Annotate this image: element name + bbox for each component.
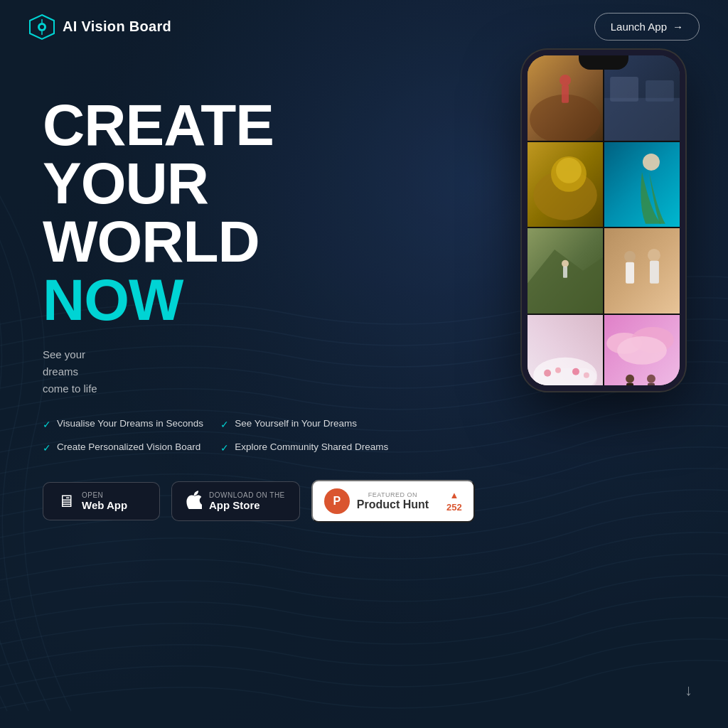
phone-image-4 (604, 142, 680, 228)
svg-point-10 (560, 75, 571, 86)
svg-point-5 (40, 25, 44, 29)
check-icon-3: ✓ (220, 419, 229, 430)
ph-sublabel: FEATURED ON (357, 491, 429, 498)
logo-icon (28, 14, 55, 41)
phone-image-6 (604, 228, 680, 314)
web-app-button[interactable]: 🖥 OPEN Web App (43, 482, 160, 520)
launch-arrow-icon: → (673, 21, 683, 33)
phone-image-7 (528, 315, 603, 391)
navbar: AI Vision Board Launch App → (0, 0, 728, 53)
svg-rect-15 (646, 80, 674, 102)
svg-point-34 (544, 370, 551, 377)
launch-app-label: Launch App (611, 21, 667, 33)
ph-logo-letter: P (333, 495, 341, 508)
svg-line-46 (654, 386, 658, 391)
scroll-down-arrow[interactable]: ↓ (685, 681, 692, 700)
phone-image-5 (528, 228, 603, 314)
svg-point-27 (624, 251, 636, 262)
svg-rect-14 (610, 77, 638, 102)
app-store-text: Download on the App Store (209, 491, 285, 511)
svg-rect-30 (650, 261, 659, 284)
svg-point-29 (648, 249, 660, 262)
svg-rect-11 (562, 85, 569, 103)
feature-text-3: See Yourself in Your Dreams (235, 417, 357, 431)
monitor-icon: 🖥 (58, 493, 75, 510)
ph-arrow-icon: ▲ (449, 490, 459, 500)
feature-text-1: Visualise Your Dreams in Seconds (57, 417, 203, 431)
svg-point-44 (647, 375, 655, 383)
svg-rect-45 (648, 383, 655, 391)
phone-image-8 (604, 315, 680, 391)
feature-item-2: ✓ Create Personalized Vision Board (43, 441, 203, 454)
feature-item-3: ✓ See Yourself in Your Dreams (220, 417, 388, 431)
logo-text: AI Vision Board (63, 18, 171, 35)
svg-point-19 (556, 158, 582, 183)
tagline-line2: dreams (43, 365, 78, 378)
svg-point-24 (562, 260, 569, 267)
phone-image-3 (528, 142, 603, 228)
phone-screen (528, 55, 680, 385)
feature-col-1: ✓ Visualise Your Dreams in Seconds ✓ Cre… (43, 417, 203, 454)
down-arrow-icon: ↓ (685, 681, 692, 699)
ph-label: Product Hunt (357, 498, 429, 511)
product-hunt-count: ▲ 252 (446, 490, 462, 513)
web-app-sublabel: OPEN (82, 491, 103, 499)
headline-line1: CREATE (43, 92, 274, 157)
headline-line3: WORLD (43, 209, 259, 274)
hero-tagline: See your dreams come to life (43, 346, 156, 397)
feature-col-2: ✓ See Yourself in Your Dreams ✓ Explore … (220, 417, 388, 454)
svg-point-21 (643, 154, 660, 171)
feature-item-1: ✓ Visualise Your Dreams in Seconds (43, 417, 203, 431)
apple-icon (186, 491, 202, 512)
app-store-sublabel: Download on the (209, 491, 285, 499)
phone-frame (522, 50, 685, 391)
svg-rect-13 (604, 98, 680, 141)
svg-rect-25 (563, 267, 567, 278)
phone-mockup-section (522, 50, 685, 391)
product-hunt-text: FEATURED ON Product Hunt (357, 491, 429, 511)
svg-rect-28 (626, 262, 634, 284)
svg-point-36 (572, 368, 579, 375)
check-icon-4: ✓ (220, 442, 229, 454)
headline-line2: YOUR (43, 151, 208, 215)
features-grid: ✓ Visualise Your Dreams in Seconds ✓ Cre… (43, 417, 685, 454)
svg-rect-26 (604, 228, 680, 314)
product-hunt-button[interactable]: P FEATURED ON Product Hunt ▲ 252 (311, 480, 475, 523)
feature-text-4: Explore Community Shared Dreams (235, 441, 388, 454)
check-icon-1: ✓ (43, 419, 51, 430)
svg-point-35 (555, 368, 561, 373)
web-app-text: OPEN Web App (82, 491, 127, 511)
svg-rect-43 (626, 383, 633, 391)
svg-point-42 (626, 375, 634, 383)
feature-text-2: Create Personalized Vision Board (57, 441, 200, 454)
check-icon-2: ✓ (43, 442, 51, 454)
feature-item-4: ✓ Explore Community Shared Dreams (220, 441, 388, 454)
web-app-label: Web App (82, 499, 127, 511)
svg-point-41 (617, 336, 667, 365)
phone-notch (579, 55, 628, 70)
svg-rect-33 (533, 368, 597, 390)
app-store-button[interactable]: Download on the App Store (171, 481, 300, 521)
ph-count-value: 252 (446, 502, 462, 513)
tagline-line3: come to life (43, 382, 97, 395)
app-store-label: App Store (209, 499, 260, 511)
launch-app-button[interactable]: Launch App → (594, 13, 700, 41)
logo[interactable]: AI Vision Board (28, 14, 171, 41)
product-hunt-logo: P (324, 488, 350, 514)
buttons-row: 🖥 OPEN Web App Download on the App Store… (0, 454, 728, 523)
tagline-line1: See your (43, 348, 85, 360)
svg-point-37 (584, 373, 589, 378)
